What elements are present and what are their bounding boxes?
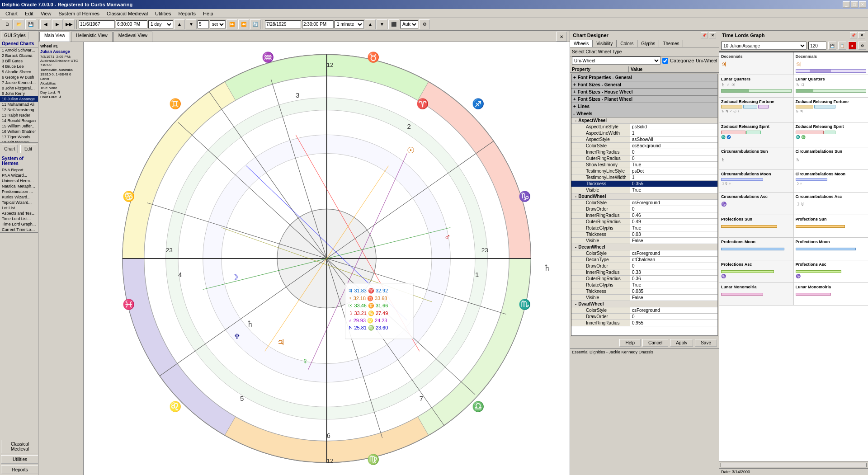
toolbar-dn2[interactable]: ▼ bbox=[377, 19, 387, 29]
wheel-type-select[interactable]: Uni-Wheel bbox=[572, 56, 660, 65]
minimize-btn[interactable]: _ bbox=[843, 1, 850, 8]
toolbar-next[interactable]: ▶▶ bbox=[64, 19, 75, 29]
decan-wheel-section[interactable]: - DecanWheel bbox=[571, 244, 717, 250]
toolbar-up2[interactable]: ▲ bbox=[365, 19, 376, 29]
tl-pin-btn[interactable]: 📌 bbox=[850, 32, 857, 38]
bound-wheel-section[interactable]: - BoundWheel bbox=[571, 193, 717, 200]
close-btn[interactable]: ✕ bbox=[859, 1, 866, 8]
tl-zoom-input[interactable] bbox=[808, 42, 826, 50]
help-button[interactable]: Help bbox=[619, 339, 641, 347]
toolbar-play[interactable]: ▶ bbox=[52, 19, 63, 29]
chart-item-8[interactable]: 8 John Fitzgerald Ke... bbox=[0, 85, 38, 91]
chart-item-7[interactable]: 7 Jackie Kennedy On... bbox=[0, 80, 38, 85]
toolbar-dn1[interactable]: ▼ bbox=[186, 19, 197, 29]
prop-val-th3[interactable]: 0.035 bbox=[630, 288, 717, 294]
chart-item-16[interactable]: 16 William Shatner bbox=[0, 129, 38, 134]
system-item-8[interactable]: Lot List... bbox=[0, 205, 38, 211]
system-item-12[interactable]: Current Time Lords... bbox=[0, 227, 38, 232]
system-item-7[interactable]: Topical Wizard... bbox=[0, 200, 38, 205]
menu-system[interactable]: System of Hermes bbox=[55, 10, 103, 17]
tab-visibility[interactable]: Visibility bbox=[593, 40, 617, 47]
menu-classical[interactable]: Classical Medieval bbox=[103, 10, 151, 17]
prop-val-st[interactable]: True bbox=[630, 162, 717, 168]
tab-main-view[interactable]: Main View bbox=[39, 32, 70, 42]
section-lines[interactable]: + Lines bbox=[571, 103, 717, 110]
menu-chart[interactable]: Chart bbox=[2, 10, 21, 17]
prop-val-orr2[interactable]: 0.49 bbox=[630, 219, 717, 225]
tab-glyphs[interactable]: Glyphs bbox=[637, 40, 659, 47]
toolbar-prev[interactable]: ◀ bbox=[40, 19, 51, 29]
chart-item-14[interactable]: 14 Ronald Reagan bbox=[0, 118, 38, 123]
system-item-6[interactable]: Kurios Wizard... bbox=[0, 194, 38, 200]
system-item-1[interactable]: PNA Report... bbox=[0, 167, 38, 173]
prop-val-rg2[interactable]: True bbox=[630, 225, 717, 231]
prop-val-als[interactable]: psSolid bbox=[630, 124, 717, 130]
system-item-4[interactable]: Nautical Metaphor Wizard... bbox=[0, 183, 38, 189]
tl-settings-btn[interactable]: ⚙ bbox=[858, 42, 866, 50]
categorize-checkbox[interactable] bbox=[662, 58, 668, 64]
toolbar-fwd[interactable]: ⏩ bbox=[226, 19, 237, 29]
classical-medieval-button[interactable]: Classical Medieval bbox=[1, 440, 38, 453]
toolbar-settings[interactable]: ⚙ bbox=[419, 19, 430, 29]
chart-item-11[interactable]: 11 Muhammad Ali bbox=[0, 102, 38, 107]
tl-copy-btn[interactable]: 📋 bbox=[838, 42, 846, 50]
prop-val-v1[interactable]: True bbox=[630, 187, 717, 193]
section-font-sizes-house[interactable]: + Font Sizes - House Wheel bbox=[571, 89, 717, 96]
categorize-checkbox-label[interactable]: Categorize bbox=[662, 58, 694, 64]
chart-item-10[interactable]: 10 Julian Assange bbox=[0, 96, 38, 102]
tl-person-select[interactable]: 10 Julian Assange bbox=[721, 42, 807, 50]
section-font-sizes-gen[interactable]: + Font Sizes - General bbox=[571, 81, 717, 89]
tl-save-btn[interactable]: 💾 bbox=[828, 42, 836, 50]
date2-input[interactable] bbox=[265, 20, 301, 28]
prop-val-as[interactable]: asShowAll bbox=[630, 136, 717, 142]
tab-themes[interactable]: Themes bbox=[659, 40, 683, 47]
interval1-select[interactable]: 1 day bbox=[148, 20, 173, 28]
chart-item-4[interactable]: 4 Bruce Lee bbox=[0, 64, 38, 69]
chart-item-6[interactable]: 6 George W Bush bbox=[0, 75, 38, 80]
panel-close-btn[interactable]: ✕ bbox=[709, 32, 716, 38]
chart-close-btn[interactable]: ✕ bbox=[556, 32, 567, 42]
maximize-btn[interactable]: □ bbox=[851, 1, 858, 8]
gui-styles-button[interactable]: GUI Styles bbox=[1, 32, 29, 39]
chart-item-5[interactable]: 5 Alcarlie Sheen bbox=[0, 69, 38, 75]
system-item-11[interactable]: Time Lord Graph... bbox=[0, 221, 38, 227]
panel-pin-btn[interactable]: 📌 bbox=[701, 32, 708, 38]
menu-view[interactable]: View bbox=[37, 10, 55, 17]
save-button[interactable]: Save bbox=[695, 339, 717, 347]
date1-input[interactable] bbox=[79, 20, 115, 28]
prop-val-th1[interactable]: 0.355 bbox=[630, 181, 717, 187]
tl-red-btn[interactable]: ● bbox=[848, 42, 856, 50]
prop-val-cs1[interactable]: csBackground bbox=[630, 143, 717, 149]
chart-item-2[interactable]: 2 Barack Obama bbox=[0, 53, 38, 58]
tab-wheels[interactable]: Wheels bbox=[570, 40, 593, 47]
prop-val-tlw[interactable]: 1 bbox=[630, 174, 717, 180]
chart-item-9[interactable]: 9 John Kerry bbox=[0, 91, 38, 96]
tl-graph-scroll[interactable]: Decennials ♃ Decennials ♃ Lunar Quarter bbox=[719, 52, 868, 461]
prop-val-do4[interactable]: 0 bbox=[630, 314, 717, 320]
tab-hellenistic-view[interactable]: Hellenistic View bbox=[71, 32, 113, 42]
prop-val-cs2[interactable]: csForeground bbox=[630, 200, 717, 206]
system-item-9[interactable]: Aspects and Testimony... bbox=[0, 211, 38, 216]
aspect-wheel-section[interactable]: - AspectWheel bbox=[571, 118, 717, 124]
tl-horizontal-scroll[interactable] bbox=[721, 463, 867, 467]
menu-help[interactable]: Help bbox=[199, 10, 217, 17]
edit-button[interactable]: Edit bbox=[20, 145, 36, 153]
toolbar-open[interactable]: 📂 bbox=[14, 19, 24, 29]
section-font-sizes-planet[interactable]: + Font Sizes - Planet Wheel bbox=[571, 96, 717, 103]
toolbar-refresh[interactable]: 🔄 bbox=[250, 19, 261, 29]
value1-input[interactable] bbox=[198, 20, 209, 28]
reports-button[interactable]: Reports bbox=[1, 466, 38, 474]
chart-button[interactable]: Chart bbox=[2, 145, 18, 153]
auto-select[interactable]: Auto bbox=[400, 20, 418, 28]
system-item-5[interactable]: Predomination Wizard... bbox=[0, 189, 38, 194]
time2-input[interactable] bbox=[302, 20, 334, 28]
prop-val-rg3[interactable]: True bbox=[630, 282, 717, 288]
tab-medieval-view[interactable]: Medieval View bbox=[113, 32, 152, 42]
toolbar-up1[interactable]: ▲ bbox=[174, 19, 185, 29]
utilities-button[interactable]: Utilities bbox=[1, 455, 38, 464]
dwad-wheel-section[interactable]: - DwadWheel bbox=[571, 301, 717, 307]
cancel-button[interactable]: Cancel bbox=[642, 339, 668, 347]
toolbar-rev[interactable]: ⏪ bbox=[238, 19, 249, 29]
prop-val-v3[interactable]: False bbox=[630, 295, 717, 301]
chart-item-1[interactable]: 1 Arnold Schwarzene... bbox=[0, 47, 38, 53]
